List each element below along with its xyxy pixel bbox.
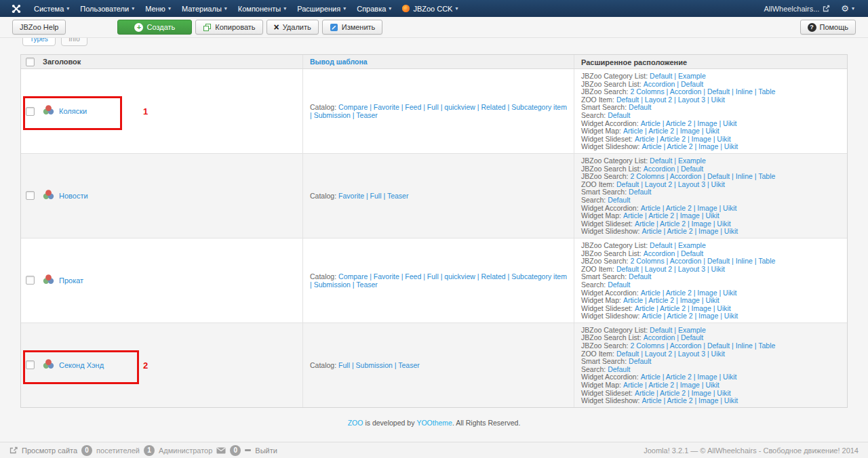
template-link[interactable]: quickview [444,272,475,280]
layout-link[interactable]: Image [698,396,718,404]
layout-link[interactable]: Uikit [723,289,736,297]
type-title-link[interactable]: Прокат [59,276,83,285]
layout-link[interactable]: Uikit [717,220,730,228]
layout-link[interactable]: Accordion [670,257,702,265]
edit-button[interactable]: Изменить [322,20,383,35]
template-link[interactable]: quickview [444,103,475,111]
view-site-link[interactable]: Просмотр сайта [22,446,77,455]
layout-link[interactable]: Default [681,333,703,341]
layout-link[interactable]: Layout 2 [645,265,672,273]
layout-link[interactable]: Image [692,135,711,143]
layout-link[interactable]: Uikit [724,142,738,150]
layout-link[interactable]: Inline [736,257,753,265]
layout-link[interactable]: Default [608,365,630,373]
layout-link[interactable]: Example [678,72,706,80]
layout-link[interactable]: Default [616,265,639,273]
layout-link[interactable]: Article 2 [667,396,693,404]
layout-link[interactable]: Default [629,357,651,365]
layout-link[interactable]: Layout 3 [678,180,705,188]
admins-badge[interactable]: 1 [144,445,155,456]
logout-link[interactable]: Выйти [255,446,277,455]
layout-link[interactable]: Article [642,396,661,404]
layout-link[interactable]: Article [641,119,660,127]
layout-link[interactable]: Table [758,87,775,96]
layout-link[interactable]: Default [616,350,639,358]
layout-link[interactable]: Accordion [644,80,675,88]
layout-link[interactable]: Image [697,119,717,127]
user-menu[interactable]: ⚙ ▾ [835,0,860,17]
template-link[interactable]: Full [427,272,439,280]
layout-link[interactable]: Layout 2 [645,96,672,104]
layout-link[interactable]: Table [758,257,775,265]
layout-link[interactable]: Default [608,111,630,119]
layout-link[interactable]: Article [635,135,654,143]
template-link[interactable]: Submission [314,280,351,289]
layout-link[interactable]: Accordion [670,87,702,96]
template-link[interactable]: Full [427,103,439,111]
row-checkbox[interactable] [26,107,35,116]
template-link[interactable]: Teaser [356,280,378,289]
layout-link[interactable]: Article 2 [648,296,674,304]
layout-link[interactable]: Article 2 [660,220,686,228]
layout-link[interactable]: Accordion [644,249,675,257]
layout-link[interactable]: Article [635,304,654,312]
layout-link[interactable]: Article 2 [660,135,686,143]
layout-link[interactable]: Image [697,289,717,297]
template-link[interactable]: Compare [338,272,368,280]
layout-link[interactable]: Uikit [724,312,738,320]
row-checkbox[interactable] [26,191,35,200]
layout-link[interactable]: 2 Colomns [630,341,664,350]
layout-link[interactable]: Article 2 [666,204,692,212]
layout-link[interactable]: Uikit [711,180,725,188]
zoo-link[interactable]: ZOO [348,419,363,427]
layout-link[interactable]: Article 2 [666,373,692,381]
layout-link[interactable]: Uikit [724,396,738,404]
layout-link[interactable]: Accordion [644,333,675,341]
layout-link[interactable]: Default [616,180,639,188]
layout-link[interactable]: 2 Colomns [630,87,664,96]
type-title-link[interactable]: Коляски [59,107,87,115]
menu-extensions[interactable]: Расширения▾ [292,0,351,17]
template-link[interactable]: Full [338,361,350,369]
jbzoo-help-button[interactable]: JBZoo Help [12,20,66,35]
messages-badge[interactable]: 0 [230,445,241,456]
layout-link[interactable]: Layout 3 [678,265,705,273]
menu-help[interactable]: Справка▾ [351,0,397,17]
layout-link[interactable]: Default [650,72,672,80]
template-link[interactable]: Teaser [398,361,420,369]
layout-link[interactable]: Article [641,373,660,381]
layout-link[interactable]: Layout 3 [678,350,705,358]
layout-link[interactable]: Image [680,127,700,135]
layout-link[interactable]: Uikit [705,381,719,389]
layout-link[interactable]: Image [680,211,700,220]
layout-link[interactable]: Article 2 [660,389,686,397]
layout-link[interactable]: Default [707,341,730,350]
layout-link[interactable]: Layout 3 [678,96,705,104]
layout-link[interactable]: 2 Colomns [630,257,664,265]
template-link[interactable]: Submission [356,361,393,369]
layout-link[interactable]: Default [650,241,672,249]
layout-link[interactable]: Article [641,204,660,212]
template-link[interactable]: Subcategory item [511,272,567,280]
create-button[interactable]: +Создать [117,20,192,35]
layout-link[interactable]: Image [692,220,711,228]
layout-link[interactable]: Default [616,96,639,104]
layout-link[interactable]: Table [758,172,775,180]
layout-link[interactable]: Article 2 [667,142,693,150]
layout-link[interactable]: Default [681,80,703,88]
template-link[interactable]: Teaser [387,192,409,200]
template-link[interactable]: Related [481,272,505,280]
layout-link[interactable]: Example [678,326,706,334]
row-checkbox[interactable] [26,360,35,369]
type-title-link[interactable]: Секонд Хэнд [59,361,104,369]
layout-link[interactable]: Layout 2 [645,180,672,188]
layout-link[interactable]: Article [642,227,661,235]
layout-link[interactable]: Uikit [705,127,719,135]
template-link[interactable]: Feed [405,272,421,280]
layout-link[interactable]: Uikit [717,389,730,397]
layout-link[interactable]: Article [623,296,643,304]
layout-link[interactable]: Image [698,142,718,150]
layout-link[interactable]: Default [707,87,730,96]
layout-link[interactable]: Uikit [723,204,736,212]
select-all-checkbox[interactable] [26,58,35,66]
